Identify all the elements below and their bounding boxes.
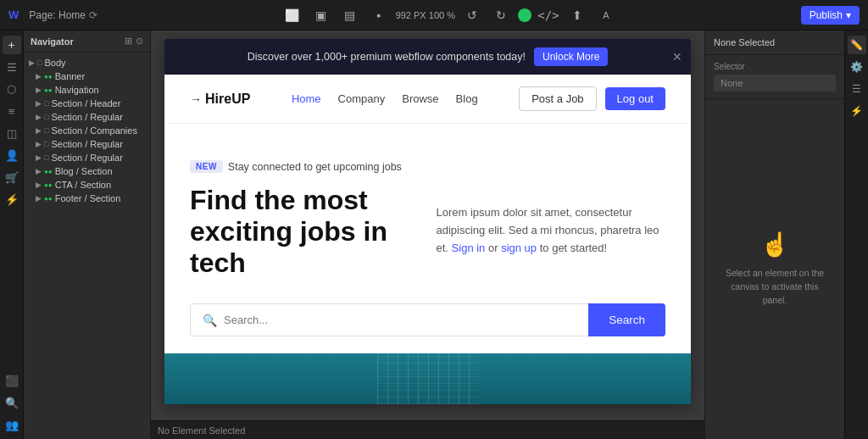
error-icon[interactable]: ⬛: [3, 371, 21, 390]
nav-item-section-header[interactable]: ▶ □ Section / Header: [24, 97, 150, 110]
interactions-right-icon[interactable]: ☰: [848, 80, 866, 98]
logout-button[interactable]: Log out: [605, 87, 665, 110]
canvas-area: Discover over 1,000+ premium webflow com…: [151, 31, 704, 439]
dot-icon: ●●: [44, 73, 53, 81]
logo-text: HireUP: [205, 92, 250, 107]
toolbar-left: W Page: Home ⟳: [0, 8, 106, 21]
settings-icon[interactable]: ⚙️: [848, 58, 866, 76]
nav-item-banner[interactable]: ▶ ●● Banner: [24, 69, 150, 83]
status-bar-label: No Element Selected: [158, 425, 245, 436]
cursor-icon: ☝️: [760, 231, 790, 258]
style-panel-icon[interactable]: ✏️: [848, 36, 866, 54]
cms-icon[interactable]: ≡: [3, 102, 21, 120]
arrow-icon: ▶: [36, 194, 42, 203]
box-icon: □: [44, 126, 48, 135]
new-badge: NEW: [190, 160, 223, 173]
nav-link-browse[interactable]: Browse: [402, 92, 438, 105]
nav-item-blog-section[interactable]: ▶ ●● Blog / Section: [24, 164, 150, 178]
navigator-header-icons[interactable]: ⊞ ⊙: [125, 36, 143, 47]
nav-footer-label: Footer / Section: [55, 193, 121, 203]
close-icon[interactable]: ✕: [672, 50, 682, 64]
nav-item-cta-section[interactable]: ▶ ●● CTA / Section: [24, 178, 150, 192]
view-icon-1[interactable]: ⬜: [281, 3, 304, 27]
nav-item-section-regular1[interactable]: ▶ □ Section / Regular: [24, 110, 150, 124]
box-icon: □: [37, 58, 42, 67]
add-element-icon[interactable]: ＋: [3, 36, 21, 54]
right-panel-header: None Selected: [705, 31, 844, 55]
navigator-tree: ▶ □ Body ▶ ●● Banner ▶ ●● Navigation ▶ □…: [24, 53, 150, 439]
undo-btn[interactable]: ↺: [460, 3, 484, 27]
box-icon: □: [44, 99, 48, 108]
search-section: 🔍 Search: [164, 303, 691, 353]
search-input[interactable]: [224, 314, 576, 326]
lightning-icon[interactable]: ⚡: [848, 102, 866, 120]
hero-title: Find the most exciting jobs in tech: [190, 185, 419, 278]
page-label: Page: Home ⟳: [29, 9, 97, 21]
nav-link-company[interactable]: Company: [338, 92, 386, 105]
image-strip: [164, 353, 691, 404]
search-button[interactable]: Search: [588, 303, 665, 336]
box-icon: □: [44, 113, 48, 121]
selector-label: Selector: [714, 62, 836, 71]
search-left-icon[interactable]: 🔍: [3, 393, 21, 412]
nav-icon-1[interactable]: ⊞: [125, 36, 132, 47]
unlock-more-button[interactable]: Unlock More: [534, 47, 608, 66]
hero-right: Lorem ipsum dolor sit amet, consectetur …: [437, 158, 666, 278]
arrow-icon: ▶: [36, 181, 42, 189]
share-icon[interactable]: ⬆: [565, 3, 589, 27]
hero-or: or: [488, 242, 498, 254]
arrow-icon: ▶: [29, 58, 35, 67]
toolbar-center: ⬜ ▣ ▤ ▪ 992 PX 100 % ↺ ↻ </> ⬆ A: [106, 3, 793, 27]
navigator-icon[interactable]: ☰: [3, 58, 21, 76]
nav-item-section-companies[interactable]: ▶ □ Section / Companies: [24, 124, 150, 137]
account-icon[interactable]: 👥: [3, 415, 21, 434]
nav-item-footer-section[interactable]: ▶ ●● Footer / Section: [24, 192, 150, 205]
building-lines-decoration: [377, 353, 479, 404]
nav-item-navigation[interactable]: ▶ ●● Navigation: [24, 83, 150, 97]
site-logo: → HireUP: [190, 92, 250, 107]
view-icon-4[interactable]: ▪: [367, 3, 391, 27]
nav-link-blog[interactable]: Blog: [456, 92, 478, 105]
page-refresh-icon[interactable]: ⟳: [89, 9, 97, 21]
dot-icon: ●●: [44, 86, 53, 94]
navigator-title: Navigator: [31, 36, 74, 47]
logo-arrow-icon: →: [190, 92, 202, 106]
nav-link-home[interactable]: Home: [292, 92, 321, 105]
text-icon[interactable]: A: [594, 3, 618, 27]
post-job-button[interactable]: Post a Job: [519, 86, 596, 111]
publish-label: Publish: [810, 9, 843, 21]
selector-value: None: [714, 75, 836, 92]
sign-up-link[interactable]: sign up: [501, 242, 537, 254]
users-icon[interactable]: 👤: [3, 146, 21, 164]
nav-section-regular2-label: Section / Regular: [51, 139, 122, 149]
arrow-icon: ▶: [36, 99, 42, 108]
arrow-icon: ▶: [36, 113, 42, 121]
navigator-header: Navigator ⊞ ⊙: [24, 31, 150, 53]
nav-item-body[interactable]: ▶ □ Body: [24, 56, 150, 69]
nav-body-label: Body: [44, 58, 65, 68]
ecommerce-icon[interactable]: 🛒: [3, 168, 21, 186]
nav-icon-2[interactable]: ⊙: [136, 36, 143, 47]
right-panel-empty: ☝️ Select an element on the canvas to ac…: [705, 99, 844, 439]
view-icon-2[interactable]: ▣: [309, 3, 333, 27]
dot-icon: ●●: [44, 195, 53, 203]
code-icon[interactable]: </>: [537, 3, 560, 27]
nav-item-section-regular2[interactable]: ▶ □ Section / Regular: [24, 137, 150, 151]
assets-icon[interactable]: ◫: [3, 124, 21, 142]
webflow-logo: W: [8, 8, 19, 21]
page-label-text: Page: Home: [29, 9, 86, 21]
view-icon-3[interactable]: ▤: [338, 3, 362, 27]
nav-item-section-regular3[interactable]: ▶ □ Section / Regular: [24, 151, 150, 164]
redo-btn[interactable]: ↻: [489, 3, 513, 27]
hero-badge: NEW Stay connected to get upcoming jobs: [190, 160, 402, 173]
hero-left: NEW Stay connected to get upcoming jobs …: [190, 158, 420, 278]
right-panel-hint: Select an element on the canvas to activ…: [722, 267, 827, 307]
search-input-wrapper: 🔍: [190, 303, 588, 336]
main-layout: ＋ ☰ ⬡ ≡ ◫ 👤 🛒 ⚡ ⬛ 🔍 👥 Navigator ⊞ ⊙ ▶ □ …: [0, 31, 868, 439]
website-frame: Discover over 1,000+ premium webflow com…: [164, 39, 691, 404]
sign-in-link[interactable]: Sign in: [452, 242, 486, 254]
dot-icon: ●●: [44, 168, 53, 175]
interactions-icon[interactable]: ⚡: [3, 190, 21, 208]
publish-button[interactable]: Publish ▾: [801, 6, 860, 25]
pages-icon[interactable]: ⬡: [3, 80, 21, 98]
